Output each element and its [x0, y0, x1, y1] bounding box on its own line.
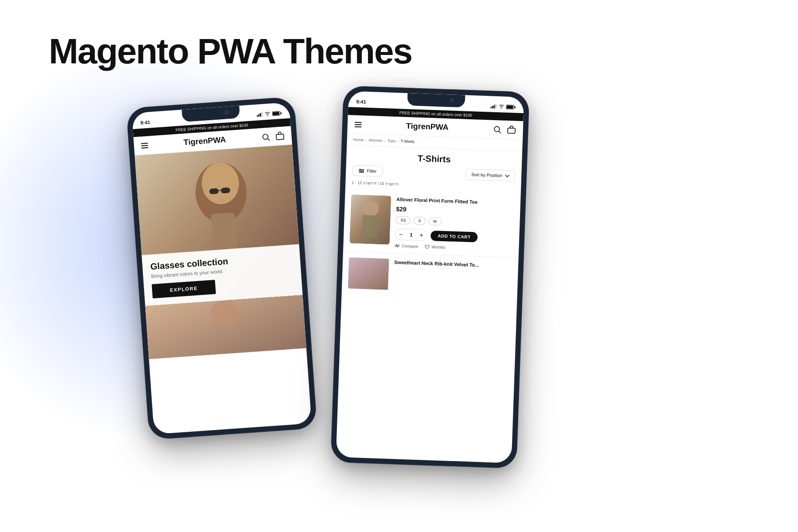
breadcrumb-home[interactable]: Home: [353, 137, 364, 142]
page-title: Magento PWA Themes: [49, 31, 412, 72]
svg-rect-21: [493, 105, 495, 109]
svg-rect-6: [281, 112, 282, 114]
battery-icon-left: [272, 110, 282, 116]
cart-icon-right[interactable]: [507, 125, 516, 134]
add-to-cart-button[interactable]: ADD TO CART: [430, 231, 478, 243]
svg-rect-25: [514, 106, 516, 108]
phone-screen-right: 9:41: [336, 91, 524, 463]
hamburger-menu-right[interactable]: [355, 121, 362, 127]
compare-icon: [395, 244, 400, 248]
time-right: 9:41: [356, 99, 366, 105]
action-links: Compare Wishlist: [395, 244, 512, 252]
svg-rect-16: [211, 213, 237, 251]
svg-rect-22: [495, 104, 497, 109]
svg-rect-37: [362, 215, 379, 238]
product-image-1[interactable]: [350, 195, 391, 245]
hamburger-menu-left[interactable]: [141, 142, 149, 148]
filter-icon: [359, 168, 364, 173]
add-to-cart-row: − 1 + ADD TO CART: [395, 229, 513, 244]
camera-left: [224, 110, 229, 115]
search-icon-right[interactable]: [493, 125, 502, 134]
filter-label: Filter: [367, 168, 377, 174]
product-illustration-1: [350, 195, 391, 245]
phone-right: 9:41: [330, 86, 529, 469]
svg-rect-14: [221, 187, 231, 193]
product-name-1: Allover Floral Print Form Fitted Tee: [396, 196, 514, 207]
qty-increase[interactable]: +: [416, 230, 427, 241]
svg-rect-13: [209, 188, 219, 194]
status-icons-right: [490, 104, 516, 110]
camera-right: [450, 98, 454, 102]
size-xs[interactable]: XS: [395, 216, 411, 225]
product-image-2[interactable]: [348, 258, 389, 290]
chevron-down-icon: [505, 174, 509, 177]
qty-decrease[interactable]: −: [395, 229, 407, 240]
product-item-2: Sweetheart Neck Rib-knit Velvet Te...: [342, 252, 519, 300]
size-m[interactable]: M: [428, 217, 442, 226]
compare-link[interactable]: Compare: [395, 244, 418, 249]
header-icons-left: [261, 131, 285, 142]
logo-left: TigrenPWA: [183, 135, 226, 148]
phone-frame-left: 9:41: [126, 97, 317, 440]
qty-value: 1: [406, 232, 416, 238]
signal-icon-right: [490, 104, 497, 109]
svg-rect-3: [261, 112, 262, 117]
signal-icon-left: [257, 112, 263, 117]
product-illustration-2: [348, 258, 389, 290]
phone-screen-left: 9:41: [132, 102, 312, 434]
svg-rect-20: [492, 106, 493, 109]
svg-rect-9: [276, 134, 284, 140]
svg-point-33: [362, 170, 364, 172]
svg-point-34: [360, 171, 362, 172]
logo-right: TigrenPWA: [406, 121, 449, 132]
cart-icon-left[interactable]: [275, 131, 285, 141]
compare-label: Compare: [402, 244, 418, 249]
quantity-control: − 1 +: [395, 229, 427, 242]
svg-point-7: [262, 134, 268, 139]
second-section-image: [145, 295, 307, 359]
explore-button[interactable]: EXPLORE: [152, 280, 216, 298]
product-name-2: Sweetheart Neck Rib-knit Velvet Te...: [394, 259, 479, 269]
svg-rect-5: [273, 112, 279, 115]
phone-frame-right: 9:41: [330, 86, 529, 469]
second-section-preview: [145, 295, 307, 359]
size-options-1: XS S M: [395, 216, 513, 228]
sort-button[interactable]: Sort by Position: [466, 169, 516, 182]
wishlist-heart-icon: [424, 245, 430, 249]
svg-rect-28: [508, 128, 515, 133]
breadcrumb-women[interactable]: Women: [369, 138, 383, 143]
phone-left: 9:41: [126, 97, 317, 440]
breadcrumb-sep-1: ›: [366, 138, 367, 142]
hero-image-left: Glasses collection Bring vibrant colors …: [135, 145, 303, 306]
svg-point-26: [494, 126, 500, 132]
wishlist-label: Wishlist: [431, 245, 445, 250]
product-info-2: Sweetheart Neck Rib-knit Velvet Te...: [393, 259, 479, 293]
battery-icon-right: [506, 104, 516, 110]
product-image-inner-1: [350, 195, 391, 245]
filter-button[interactable]: Filter: [352, 165, 383, 177]
wifi-icon-right: [498, 104, 504, 109]
product-item-1: Allover Floral Print Form Fitted Tee $29…: [343, 189, 521, 258]
svg-rect-2: [260, 113, 261, 117]
svg-rect-24: [506, 105, 513, 109]
breadcrumb-sep-2: ›: [384, 138, 385, 143]
logo-text-left: TigrenPWA: [183, 135, 226, 148]
notch-right: [407, 93, 465, 108]
svg-line-8: [268, 138, 270, 141]
wifi-icon-left: [265, 111, 271, 116]
svg-rect-1: [258, 114, 259, 117]
time-left: 9:41: [140, 119, 150, 125]
product-price-1: $29: [396, 206, 514, 217]
svg-rect-19: [490, 107, 492, 109]
svg-rect-0: [257, 115, 258, 117]
breadcrumb-sep-3: ›: [397, 139, 399, 143]
breadcrumb-tops[interactable]: Tops: [387, 138, 395, 143]
wishlist-link[interactable]: Wishlist: [424, 245, 445, 250]
header-icons-right: [493, 125, 516, 134]
svg-line-27: [499, 131, 501, 133]
sort-label: Sort by Position: [471, 172, 502, 178]
svg-rect-38: [348, 258, 389, 290]
size-s[interactable]: S: [413, 217, 426, 225]
status-icons-left: [257, 110, 282, 117]
search-icon-left[interactable]: [261, 132, 270, 141]
